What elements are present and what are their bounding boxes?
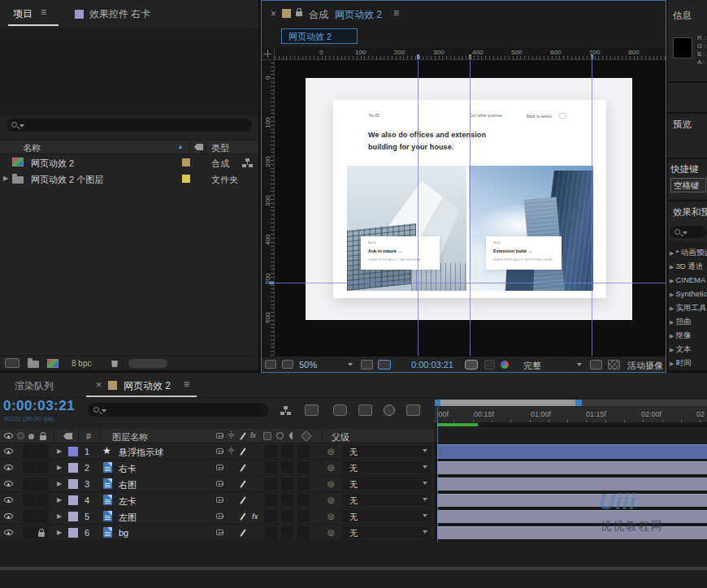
layer-name[interactable]: 右卡 xyxy=(119,463,137,475)
layer-label-swatch[interactable] xyxy=(68,495,78,505)
graph-editor-icon[interactable] xyxy=(406,404,420,416)
shy-switch-icon[interactable] xyxy=(216,433,223,439)
project-row-composition[interactable]: 网页动效 2 合成 xyxy=(0,155,258,171)
view-camera-select[interactable]: 活动摄像机 xyxy=(627,360,666,373)
column-name[interactable]: 名称 xyxy=(23,142,41,154)
pickwhip-icon[interactable]: ◎ xyxy=(327,512,335,521)
effects-panel-title[interactable]: 效果和预设 xyxy=(673,206,707,218)
vertical-guide[interactable] xyxy=(418,60,419,356)
bit-depth-button[interactable]: 8 bpc xyxy=(72,359,91,368)
number-column[interactable]: # xyxy=(86,431,91,441)
expand-arrow-icon[interactable]: ▶ xyxy=(57,529,62,536)
quality-switch[interactable] xyxy=(240,447,245,455)
viewer-comp-name[interactable]: 网页动效 2 xyxy=(335,8,382,22)
effects-category[interactable]: ▶时间 xyxy=(670,358,707,369)
pickwhip-icon[interactable]: ◎ xyxy=(327,479,335,488)
chevron-down-icon[interactable] xyxy=(348,363,353,369)
effects-category[interactable]: ▶抠像 xyxy=(670,331,707,341)
layer-label-swatch[interactable] xyxy=(68,512,78,521)
shy-switch[interactable] xyxy=(216,465,223,470)
quality-switch[interactable] xyxy=(240,512,245,520)
layer-name[interactable]: 右图 xyxy=(119,479,137,491)
project-search-input[interactable] xyxy=(7,119,252,132)
layer-bar[interactable] xyxy=(437,461,707,474)
snapshot-camera-icon[interactable] xyxy=(465,360,478,370)
layer-name[interactable]: 左图 xyxy=(119,512,137,524)
project-table-header[interactable]: 名称 ▲ 类型 xyxy=(0,140,258,154)
time-ruler[interactable]: :00f 00:15f 01:00f 01:15f 02:00f 02 xyxy=(435,407,707,423)
effects-category[interactable]: ▶* 动画预设 xyxy=(670,248,707,258)
project-menu-icon[interactable]: ≡ xyxy=(41,6,46,18)
effects-category[interactable]: ▶Synthetic xyxy=(670,289,707,298)
tab-render-queue[interactable]: 渲染队列 xyxy=(15,379,54,393)
effects-category[interactable]: ▶文本 xyxy=(670,344,707,355)
layer-row[interactable]: ▶ 1 ★ 悬浮指示球 ◎ 无 xyxy=(0,443,435,460)
eye-icon[interactable] xyxy=(4,513,13,519)
column-type[interactable]: 类型 xyxy=(211,142,229,154)
eye-icon[interactable] xyxy=(4,448,13,454)
lock-column-icon[interactable] xyxy=(40,435,46,440)
label-column-icon[interactable] xyxy=(63,433,72,439)
horizontal-guide[interactable] xyxy=(275,283,666,283)
chevron-down-icon[interactable] xyxy=(577,363,582,369)
layer-label-swatch[interactable] xyxy=(68,479,78,489)
grid-guides-icon[interactable] xyxy=(361,360,373,370)
layer-bar[interactable] xyxy=(437,526,707,539)
effects-category[interactable]: ▶3D 通道 xyxy=(670,262,707,272)
motion-blur-icon[interactable] xyxy=(384,404,395,416)
video-column-icon[interactable] xyxy=(4,433,13,439)
scroll-pill[interactable] xyxy=(128,359,167,368)
shy-switch[interactable] xyxy=(216,497,223,503)
viewer-menu-icon[interactable]: ≡ xyxy=(393,7,399,19)
audio-column-icon[interactable] xyxy=(17,432,24,439)
quality-switch[interactable] xyxy=(240,480,245,487)
layer-bar[interactable] xyxy=(437,494,707,507)
expand-arrow-icon[interactable]: ▶ xyxy=(57,496,62,504)
shy-layers-icon[interactable] xyxy=(333,404,347,416)
layer-name[interactable]: bg xyxy=(119,528,128,538)
transparency-grid-icon[interactable] xyxy=(608,360,620,370)
solo-column-icon[interactable] xyxy=(28,434,34,439)
channels-icon[interactable] xyxy=(501,361,509,369)
layer-bar[interactable] xyxy=(437,478,707,491)
layer-bar[interactable] xyxy=(437,444,707,459)
comp-navigator-tab[interactable]: 网页动效 2 xyxy=(281,28,358,44)
project-item-name[interactable]: 网页动效 2 xyxy=(31,158,74,170)
new-folder-icon[interactable] xyxy=(28,361,39,368)
parent-dropdown[interactable]: 无 xyxy=(343,445,431,457)
playhead-line[interactable] xyxy=(437,407,438,542)
layer-label-swatch[interactable] xyxy=(68,447,78,456)
fx-switch-icon[interactable]: fx xyxy=(250,431,256,439)
trash-icon[interactable] xyxy=(111,359,119,367)
shy-switch[interactable] xyxy=(216,481,223,486)
eye-icon[interactable] xyxy=(4,530,13,535)
eye-icon[interactable] xyxy=(4,497,13,503)
shy-switch[interactable] xyxy=(216,513,223,519)
parent-dropdown[interactable]: 无 xyxy=(343,494,431,506)
info-panel-title[interactable]: 信息 xyxy=(673,10,692,22)
collapse-switch-icon[interactable] xyxy=(229,433,233,437)
vertical-guide[interactable] xyxy=(470,60,471,356)
parent-dropdown[interactable]: 无 xyxy=(343,510,431,522)
parent-dropdown[interactable]: 无 xyxy=(343,461,431,473)
layer-bar[interactable] xyxy=(437,510,707,523)
pickwhip-icon[interactable]: ◎ xyxy=(327,528,335,537)
comp-mini-flowchart-icon[interactable] xyxy=(280,406,291,415)
eye-icon[interactable] xyxy=(4,465,13,470)
lock-icon[interactable] xyxy=(296,11,302,16)
composition-canvas[interactable]: No.05 Our other promise Back to select W… xyxy=(275,60,666,356)
interpret-footage-icon[interactable] xyxy=(5,358,20,368)
effects-category[interactable]: ▶实用工具 xyxy=(670,303,707,313)
threed-switch-icon[interactable] xyxy=(301,430,312,442)
effects-category[interactable]: ▶CINEMA 4D xyxy=(670,275,707,284)
zoom-select[interactable]: 50% xyxy=(299,360,317,370)
collapse-switch[interactable] xyxy=(229,448,233,452)
expand-arrow-icon[interactable]: ▶ xyxy=(57,447,62,455)
new-composition-icon[interactable] xyxy=(47,359,59,368)
layer-label-swatch[interactable] xyxy=(68,528,78,538)
label-color-swatch[interactable] xyxy=(182,175,190,183)
tab-project[interactable]: 项目 xyxy=(13,7,33,21)
shy-switch[interactable] xyxy=(216,530,223,535)
close-tab-icon[interactable]: × xyxy=(271,8,276,19)
mini-flowchart-icon[interactable] xyxy=(242,158,253,167)
